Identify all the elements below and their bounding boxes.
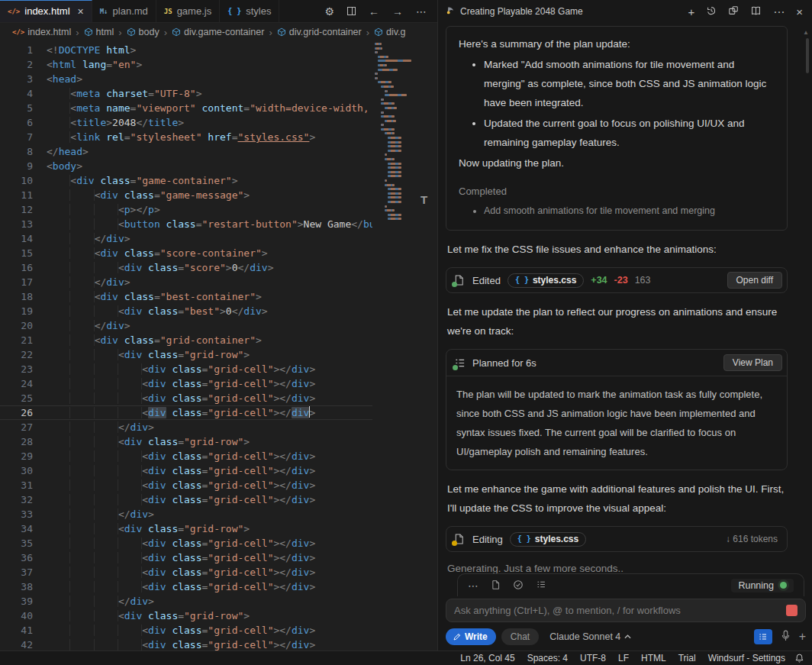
- code-line[interactable]: 7 <link rel="stylesheet" href="styles.cs…: [0, 130, 372, 144]
- code-line[interactable]: 10 <div class="game-container">: [0, 173, 372, 188]
- status-item[interactable]: HTML: [635, 653, 672, 663]
- code-line[interactable]: 28 <div class="grid-row">: [0, 434, 372, 449]
- code-line[interactable]: 11 <div class="game-message">: [0, 188, 372, 202]
- chat-mode-button[interactable]: Chat: [501, 628, 539, 645]
- split-editor-icon[interactable]: [347, 7, 356, 15]
- code-line[interactable]: 2<html lang="en">: [0, 57, 372, 72]
- code-line[interactable]: 42 <div class="grid-cell"></div>: [0, 638, 372, 650]
- view-plan-button[interactable]: View Plan: [723, 354, 782, 371]
- status-item[interactable]: Ln 26, Col 45: [454, 653, 520, 663]
- mic-icon[interactable]: [781, 630, 790, 644]
- code-line[interactable]: 30 <div class="grid-cell"></div>: [0, 463, 372, 478]
- new-chat-icon[interactable]: +: [688, 6, 694, 18]
- code-line[interactable]: 35 <div class="grid-cell"></div>: [0, 536, 372, 550]
- code-line[interactable]: 18 <div class="best-container">: [0, 289, 372, 304]
- go-forward-icon[interactable]: →: [392, 5, 403, 18]
- more-icon[interactable]: ⋯: [468, 580, 478, 591]
- code-line[interactable]: 6 <title>2048</title>: [0, 115, 372, 130]
- code-line[interactable]: 23 <div class="grid-cell"></div>: [0, 362, 372, 376]
- breadcrumb-separator: ›: [118, 27, 121, 38]
- code-line[interactable]: 33 </div>: [0, 507, 372, 521]
- more-actions-icon[interactable]: ⋯: [773, 6, 785, 18]
- code-line[interactable]: 41 <div class="grid-cell"></div>: [0, 623, 372, 638]
- checklist-icon[interactable]: [536, 579, 546, 591]
- history-icon[interactable]: [706, 5, 717, 18]
- code-line[interactable]: 27 </div>: [0, 420, 372, 434]
- code-line[interactable]: 36 <div class="grid-cell"></div>: [0, 550, 372, 565]
- layouts-icon[interactable]: [728, 5, 739, 18]
- tab-game.js[interactable]: JSgame.js: [156, 0, 220, 22]
- more-actions-icon[interactable]: ⋯: [416, 5, 427, 18]
- go-back-icon[interactable]: ←: [369, 5, 379, 18]
- breadcrumb-item[interactable]: div.grid-container: [277, 27, 362, 37]
- code-line[interactable]: 17 </div>: [0, 275, 372, 289]
- close-panel-icon[interactable]: ×: [796, 6, 803, 18]
- close-tab-icon[interactable]: ×: [78, 5, 84, 18]
- minimap[interactable]: [372, 43, 427, 650]
- code-line[interactable]: 15 <div class="score-container">: [0, 246, 372, 260]
- write-mode-button[interactable]: Write: [446, 628, 496, 645]
- check-circle-icon[interactable]: [513, 579, 524, 592]
- status-item[interactable]: UTF-8: [574, 653, 612, 663]
- docs-book-icon[interactable]: [750, 5, 762, 18]
- breadcrumb-item[interactable]: div.g: [374, 27, 405, 37]
- code-line[interactable]: 14 </div>: [0, 231, 372, 246]
- completed-item: Add smooth animations for tile movement …: [484, 202, 775, 219]
- code-line[interactable]: 3<head>: [0, 72, 372, 86]
- code-line[interactable]: 9<body>: [0, 159, 372, 173]
- stop-button[interactable]: [786, 605, 798, 616]
- code-area[interactable]: 1<!DOCTYPE html>2<html lang="en">3<head>…: [0, 43, 372, 650]
- code-line[interactable]: 24 <div class="grid-cell"></div>: [0, 376, 372, 391]
- file-icon[interactable]: [491, 579, 501, 592]
- code-line[interactable]: 37 <div class="grid-cell"></div>: [0, 565, 372, 579]
- notifications-bell-icon[interactable]: [791, 653, 812, 663]
- queue-button[interactable]: [754, 629, 772, 644]
- code-line[interactable]: 38 <div class="grid-cell"></div>: [0, 579, 372, 594]
- code-line[interactable]: 31 <div class="grid-cell"></div>: [0, 478, 372, 492]
- message-text: Let me enhance the game with additional …: [447, 479, 786, 518]
- tab-styles[interactable]: { }styles: [220, 0, 279, 22]
- code-line[interactable]: 1<!DOCTYPE html>: [0, 43, 372, 57]
- tab-index.html[interactable]: </>index.html×: [0, 0, 92, 22]
- success-dot: [453, 365, 458, 370]
- status-item[interactable]: Spaces: 4: [521, 653, 574, 663]
- editor-body[interactable]: 1<!DOCTYPE html>2<html lang="en">3<head>…: [0, 41, 437, 650]
- summary-intro: Here's a summary of the plan update:: [459, 34, 775, 53]
- code-line[interactable]: 32 <div class="grid-cell"></div>: [0, 492, 372, 507]
- breadcrumb-item[interactable]: html: [84, 27, 114, 37]
- status-item[interactable]: Trial: [672, 653, 702, 663]
- code-line[interactable]: 16 <div class="score">0</div>: [0, 260, 372, 275]
- code-line[interactable]: 34 <div class="grid-row">: [0, 521, 372, 536]
- breadcrumb-item[interactable]: body: [127, 27, 160, 37]
- code-line[interactable]: 13 <button class="restart-button">New Ga…: [0, 217, 372, 231]
- css-file-icon: { }: [227, 7, 241, 15]
- file-pill[interactable]: { } styles.css: [510, 532, 586, 547]
- open-diff-button[interactable]: Open diff: [727, 272, 782, 289]
- breadcrumb-item[interactable]: div.game-container: [172, 27, 264, 37]
- code-line[interactable]: 39 </div>: [0, 594, 372, 609]
- code-line[interactable]: 22 <div class="grid-row">: [0, 347, 372, 362]
- code-line[interactable]: 8</head>: [0, 144, 372, 159]
- chat-input-area: ⋯ Running Ask anything (Ctrl+L), @ to me…: [438, 573, 812, 650]
- add-icon[interactable]: +: [799, 630, 806, 644]
- code-line[interactable]: 25 <div class="grid-cell"></div>: [0, 391, 372, 405]
- code-line[interactable]: 29 <div class="grid-cell"></div>: [0, 449, 372, 463]
- code-line[interactable]: 12 <p></p>: [0, 202, 372, 217]
- chat-input[interactable]: Ask anything (Ctrl+L), @ to mention, / f…: [446, 599, 806, 622]
- code-line[interactable]: 4 <meta charset="UTF-8">: [0, 86, 372, 101]
- settings-gear-icon[interactable]: ⚙: [324, 5, 334, 18]
- status-item[interactable]: Windsurf - Settings: [702, 653, 791, 663]
- code-line[interactable]: 20 </div>: [0, 318, 372, 333]
- code-line[interactable]: 19 <div class="best">0</div>: [0, 304, 372, 318]
- breadcrumb-item[interactable]: </>index.html: [12, 27, 71, 37]
- code-line[interactable]: 40 <div class="grid-row">: [0, 609, 372, 623]
- code-line[interactable]: 5 <meta name="viewport" content="width=d…: [0, 101, 372, 115]
- code-file-icon: </>: [12, 28, 24, 36]
- completed-list: Add smooth animations for tile movement …: [459, 202, 775, 219]
- status-item[interactable]: LF: [612, 653, 635, 663]
- file-pill[interactable]: { } styles.css: [508, 273, 584, 288]
- code-line[interactable]: 26 <div class="grid-cell"></div>: [0, 405, 372, 420]
- model-selector[interactable]: Claude Sonnet 4: [549, 631, 631, 642]
- code-line[interactable]: 21 <div class="grid-container">: [0, 333, 372, 347]
- tab-plan.md[interactable]: M↓plan.md: [92, 0, 156, 22]
